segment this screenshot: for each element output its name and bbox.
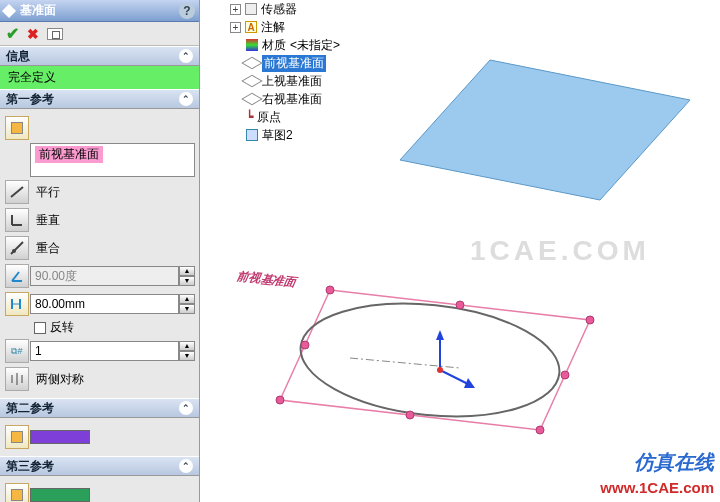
sketch-plane-outline (280, 290, 590, 430)
chevron-up-icon: ⌃ (179, 49, 193, 63)
svg-point-3 (561, 371, 569, 379)
svg-point-0 (326, 286, 334, 294)
angle-spinner: ▲▼ (179, 266, 195, 286)
brand-label: 仿真在线 (634, 449, 714, 476)
panel-title: 基准面 ? (0, 0, 199, 22)
tree-node-sensor[interactable]: +传感器 (210, 0, 370, 18)
svg-point-15 (12, 249, 16, 253)
perpendicular-label: 垂直 (36, 212, 60, 229)
ref2-selector-icon[interactable] (5, 425, 29, 449)
feature-tree[interactable]: +传感器 +A注解 材质<未指定> 前视基准面 上视基准面 右视基准面 ┕原点 … (210, 0, 370, 144)
flip-checkbox[interactable] (34, 322, 46, 334)
distance-spinner[interactable]: ▲▼ (179, 294, 195, 314)
chevron-up-icon: ⌃ (179, 459, 193, 473)
svg-point-6 (276, 396, 284, 404)
chevron-up-icon: ⌃ (179, 92, 193, 106)
svg-line-10 (440, 370, 470, 385)
angle-input: 90.00度 (30, 266, 179, 286)
plane-label-3d: 前视基准面 (234, 270, 299, 289)
parallel-label: 平行 (36, 184, 60, 201)
symmetric-icon[interactable] (5, 367, 29, 391)
parallel-icon[interactable] (5, 180, 29, 204)
flip-label: 反转 (50, 319, 74, 336)
face-selector-icon[interactable] (5, 116, 29, 140)
tree-node-top-plane[interactable]: 上视基准面 (210, 72, 370, 90)
distance-input[interactable]: 80.00mm (30, 294, 179, 314)
plane-title-icon (2, 3, 16, 17)
tree-node-sketch2[interactable]: 草图2 (210, 126, 370, 144)
tree-node-material[interactable]: 材质<未指定> (210, 36, 370, 54)
tree-node-annotations[interactable]: +A注解 (210, 18, 370, 36)
count-spinner[interactable]: ▲▼ (179, 341, 195, 361)
coincident-icon[interactable] (5, 236, 29, 260)
triad (436, 330, 475, 388)
svg-point-5 (406, 411, 414, 419)
section-ref3[interactable]: 第三参考⌃ (0, 456, 199, 476)
cancel-button[interactable]: ✖ (27, 26, 39, 42)
svg-line-13 (11, 187, 23, 197)
svg-point-4 (536, 426, 544, 434)
centerline (350, 358, 460, 368)
ref2-slot[interactable] (30, 430, 90, 444)
svg-point-2 (586, 316, 594, 324)
angle-icon[interactable] (5, 264, 29, 288)
count-icon[interactable]: ⧉# (5, 339, 29, 363)
section-ref1[interactable]: 第一参考⌃ (0, 89, 199, 109)
help-button[interactable]: ? (179, 3, 195, 19)
count-input[interactable]: 1 (30, 341, 179, 361)
url-label: www.1CAE.com (600, 479, 714, 496)
handles (276, 286, 594, 434)
tree-node-front-plane[interactable]: 前视基准面 (210, 54, 370, 72)
ref1-selection-box[interactable]: 前视基准面 (30, 143, 195, 177)
pin-button[interactable] (47, 28, 63, 40)
property-panel: 基准面 ? ✔ ✖ 信息⌃ 完全定义 第一参考⌃ 前视基准面 平行 垂直 重合 … (0, 0, 200, 502)
svg-point-7 (301, 341, 309, 349)
coincident-label: 重合 (36, 240, 60, 257)
plane-icon (241, 57, 263, 69)
svg-point-1 (456, 301, 464, 309)
plane-icon (241, 75, 263, 87)
section-info[interactable]: 信息⌃ (0, 46, 199, 66)
panel-commands: ✔ ✖ (0, 22, 199, 46)
fully-defined-status: 完全定义 (0, 66, 199, 89)
ok-button[interactable]: ✔ (6, 24, 19, 43)
tree-node-origin[interactable]: ┕原点 (210, 108, 370, 126)
section-ref2[interactable]: 第二参考⌃ (0, 398, 199, 418)
ref3-slot[interactable] (30, 488, 90, 502)
perpendicular-icon[interactable] (5, 208, 29, 232)
plane-icon (241, 93, 263, 105)
svg-point-12 (437, 367, 443, 373)
distance-icon[interactable] (5, 292, 29, 316)
svg-marker-9 (436, 330, 444, 340)
blue-plane (400, 60, 690, 200)
symmetric-label: 两侧对称 (36, 371, 84, 388)
ref3-selector-icon[interactable] (5, 483, 29, 502)
chevron-up-icon: ⌃ (179, 401, 193, 415)
tree-node-right-plane[interactable]: 右视基准面 (210, 90, 370, 108)
